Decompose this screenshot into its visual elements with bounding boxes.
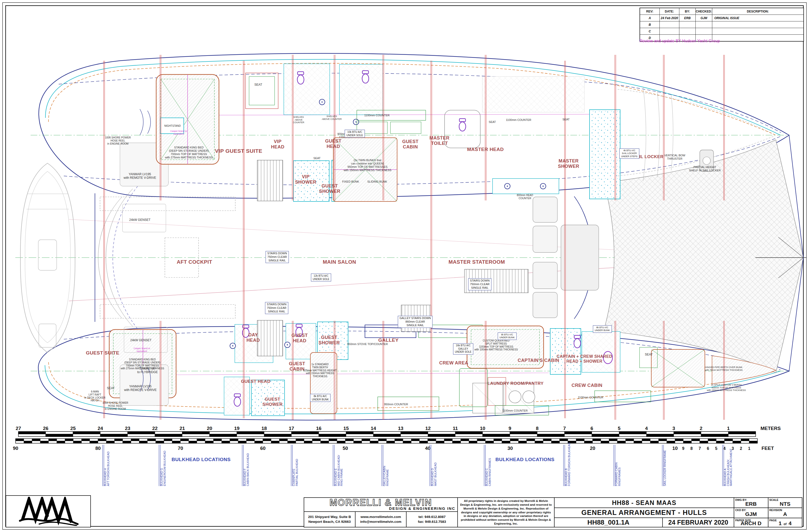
svg-text:27: 27 bbox=[16, 426, 21, 431]
revision-cell: C bbox=[640, 28, 660, 35]
svg-text:24: 24 bbox=[98, 426, 103, 431]
svg-text:3: 3 bbox=[672, 426, 675, 431]
revision-header-cell: DATE: bbox=[660, 8, 679, 15]
revision-cell bbox=[712, 28, 803, 35]
ckd-by-label: CKD BY: bbox=[735, 509, 746, 512]
svg-text:BULKHEAD CCABIN RINGFRAMES: BULKHEAD CCABIN RINGFRAMES bbox=[485, 458, 491, 486]
svg-text:10: 10 bbox=[672, 446, 677, 451]
svg-text:10: 10 bbox=[480, 426, 485, 431]
svg-text:4: 4 bbox=[645, 426, 648, 431]
paper-size-label: PAPER SIZE bbox=[735, 519, 751, 522]
company-phone: tel: 949.612.8087 fax: 949.612.7583 bbox=[407, 512, 457, 527]
revision-cell: 24 Feb 2020 bbox=[660, 15, 679, 21]
svg-text:BULKHEAD BFORWARD TORSION BULK: BULKHEAD BFORWARD TORSION BULKHEAD bbox=[565, 442, 571, 486]
title-block: MORRELLI & MELVIN DESIGN & ENGINEERING I… bbox=[304, 497, 802, 527]
company-website: www.morrellimelvin.com bbox=[361, 515, 401, 519]
revision-cell bbox=[660, 28, 679, 35]
project-block: HH88 - SEAN MAAS GENERAL ARRANGEMENT - H… bbox=[554, 498, 734, 527]
address-line1: 201 Shipyard Way, Suite B bbox=[308, 515, 351, 519]
svg-text:FORWARD CABINRINGFRAMES: FORWARD CABINRINGFRAMES bbox=[615, 462, 621, 486]
page-total: 4 bbox=[789, 520, 792, 526]
revision-cell: ORIGINAL ISSUE bbox=[712, 15, 803, 21]
revision-cell bbox=[660, 21, 679, 28]
mm-logo-icon bbox=[7, 497, 89, 526]
svg-text:1: 1 bbox=[748, 446, 750, 451]
revision-cell: B bbox=[640, 21, 660, 28]
revision-header-cell: REV: bbox=[640, 8, 660, 15]
dwg-by-cell: DWG BY: ERB bbox=[734, 498, 769, 508]
scale-bars: 2726252423222120191817161514131211109876… bbox=[13, 426, 781, 451]
company-web: www.morrellimelvin.com info@morrellimelv… bbox=[356, 512, 407, 527]
svg-text:SAIL LOCKER RINGFRAME: SAIL LOCKER RINGFRAME bbox=[663, 450, 666, 486]
project-name: HH88 - SEAN MAAS bbox=[554, 498, 734, 508]
master-stateroom-furniture bbox=[533, 197, 599, 318]
dwg-by-label: DWG BY: bbox=[735, 498, 747, 501]
svg-text:17: 17 bbox=[289, 426, 294, 431]
svg-text:18: 18 bbox=[261, 426, 267, 431]
svg-text:7: 7 bbox=[699, 446, 701, 451]
revision-cell: ERB bbox=[679, 15, 696, 21]
svg-text:16: 16 bbox=[316, 426, 321, 431]
svg-text:60: 60 bbox=[260, 446, 265, 451]
svg-text:9: 9 bbox=[682, 446, 685, 451]
svg-text:5: 5 bbox=[715, 446, 717, 451]
svg-text:19: 19 bbox=[234, 426, 239, 431]
revision-cell bbox=[679, 28, 696, 35]
ckd-by-cell: CKD BY: GJM bbox=[734, 508, 769, 518]
svg-text:22: 22 bbox=[152, 426, 157, 431]
revision-cell bbox=[712, 35, 803, 41]
svg-text:26: 26 bbox=[43, 426, 48, 431]
company-name: MORRELLI & MELVIN bbox=[306, 498, 455, 507]
revision-cell: GJM bbox=[696, 15, 712, 21]
meta-block: DWG BY: ERB SCALE NTS CKD BY: GJM REVISI… bbox=[734, 498, 802, 527]
revision-value: A bbox=[783, 511, 787, 517]
svg-text:BULKHEAD DMAST BULKHEAD: BULKHEAD DMAST BULKHEAD bbox=[431, 462, 437, 486]
svg-text:2: 2 bbox=[740, 446, 742, 451]
revision-header-cell: DESCRIPTION: bbox=[712, 8, 803, 15]
page-of: of bbox=[784, 522, 787, 526]
revision-cell bbox=[679, 21, 696, 28]
svg-text:BULKHEAD ACRASH BULKHEAD/MARTI: BULKHEAD ACRASH BULKHEAD/MARTINGALE ATTA… bbox=[723, 448, 733, 486]
scale-value: NTS bbox=[780, 501, 790, 507]
revision-note: Review and update BY Hudson Yacht Group bbox=[639, 39, 720, 43]
tender bbox=[20, 163, 75, 352]
company-block: MORRELLI & MELVIN DESIGN & ENGINEERING I… bbox=[304, 498, 458, 527]
svg-text:5: 5 bbox=[618, 426, 621, 431]
svg-text:70: 70 bbox=[178, 446, 183, 451]
svg-text:12: 12 bbox=[425, 426, 431, 431]
svg-text:11: 11 bbox=[453, 426, 458, 431]
legal-text: All proprietary rights in designs create… bbox=[458, 498, 554, 527]
svg-text:80: 80 bbox=[95, 446, 101, 451]
svg-text:BULKHEAD FCABIN BACK BULKHEAD: BULKHEAD FCABIN BACK BULKHEAD bbox=[243, 453, 249, 486]
svg-text:14: 14 bbox=[371, 426, 376, 431]
revision-table: REV:DATE:BY:CHECKED:DESCRIPTION:A24 Feb … bbox=[639, 8, 804, 41]
svg-text:METERS: METERS bbox=[760, 426, 781, 431]
dwg-by-value: ERB bbox=[745, 501, 757, 507]
scale-cell: SCALE NTS bbox=[769, 498, 802, 508]
svg-text:90: 90 bbox=[13, 446, 18, 451]
revision-header-cell: BY: bbox=[679, 8, 696, 15]
revision-cell bbox=[696, 28, 712, 35]
svg-text:8: 8 bbox=[536, 426, 539, 431]
svg-text:15: 15 bbox=[343, 426, 349, 431]
svg-text:25: 25 bbox=[70, 426, 76, 431]
svg-text:20: 20 bbox=[590, 446, 595, 451]
page-number: 1 bbox=[779, 520, 782, 526]
svg-text:23: 23 bbox=[125, 426, 130, 431]
svg-text:50: 50 bbox=[343, 446, 348, 451]
page-cell: PAGE 1 of 4 bbox=[769, 518, 802, 527]
svg-text:20: 20 bbox=[207, 426, 212, 431]
company-email: info@morrellimelvin.com bbox=[360, 519, 401, 524]
address-line2: Newport Beach, CA 92663 bbox=[308, 519, 351, 524]
drawing-date: 24 FEBRUARY 2020 bbox=[663, 518, 734, 527]
revision-cell bbox=[696, 21, 712, 28]
revision-cell bbox=[712, 21, 803, 28]
ckd-by-value: GJM bbox=[745, 511, 757, 517]
revision-cell: A bbox=[640, 15, 660, 21]
svg-text:2: 2 bbox=[700, 426, 703, 431]
svg-text:BULKHEAD EMID CABIN BULKHEAD/R: BULKHEAD EMID CABIN BULKHEAD/RING FRAME bbox=[334, 455, 343, 486]
svg-text:GALLEY/CABINRINGFRAME: GALLEY/CABINRINGFRAME bbox=[383, 466, 389, 486]
ga-drawing: 2726252423222120191817161514131211109876… bbox=[0, 0, 809, 532]
svg-text:30: 30 bbox=[507, 446, 513, 451]
company-address: 201 Shipyard Way, Suite B Newport Beach,… bbox=[304, 512, 356, 527]
